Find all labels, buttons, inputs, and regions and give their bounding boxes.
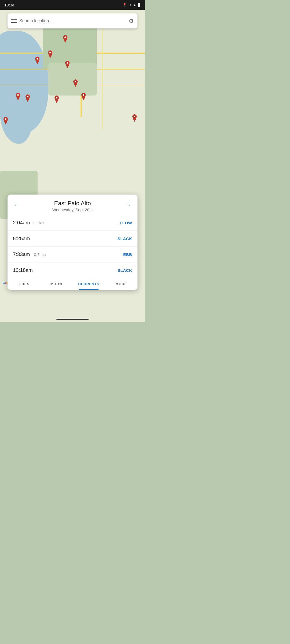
item-time-3: 10:18am (13, 267, 33, 273)
map-pin-7 (15, 93, 21, 100)
map-pin-9 (54, 96, 60, 103)
status-time: 19:34 (4, 3, 15, 7)
location-title: East Palo Alto (12, 200, 133, 207)
item-left-2: 7:33am -0.7 kts (13, 251, 46, 257)
item-type-2: EBB (123, 252, 132, 257)
current-item-1: 5:25am SLACK (8, 231, 137, 247)
item-speed-0: 1.1 kts (32, 221, 44, 225)
item-left-1: 5:25am (13, 236, 30, 241)
item-type-0: FLOW (120, 221, 132, 225)
search-bar: ⚙ (8, 13, 137, 28)
map-pin-2 (34, 57, 40, 64)
map-pin-8 (25, 94, 31, 102)
map-pin-6 (81, 93, 86, 100)
tab-currents[interactable]: CURRENTS (73, 278, 105, 290)
svg-point-8 (56, 97, 57, 98)
tab-more[interactable]: MORE (105, 278, 137, 290)
svg-point-10 (134, 116, 135, 117)
dnd-icon: ⊖ (128, 3, 131, 7)
tab-moon[interactable]: MOON (40, 278, 73, 290)
item-time-2: 7:33am (13, 251, 30, 257)
current-item-2: 7:33am -0.7 kts EBB (8, 247, 137, 262)
map-pin-main (3, 117, 9, 125)
item-time-0: 2:04am (13, 220, 30, 226)
battery-icon: ▊ (138, 3, 141, 7)
item-left-3: 10:18am (13, 267, 33, 273)
map-pin-right (132, 114, 137, 122)
menu-icon[interactable] (11, 19, 17, 23)
home-bar (56, 319, 89, 320)
item-speed-2: -0.7 kts (32, 252, 46, 257)
item-type-1: SLACK (118, 236, 132, 241)
map-pin-1 (62, 35, 68, 43)
status-icons: 📍 ⊖ ▲ ▊ (122, 3, 141, 7)
svg-point-1 (37, 58, 38, 60)
svg-point-5 (83, 94, 84, 96)
map-pin-3 (47, 50, 53, 58)
map-pin-5 (73, 79, 78, 87)
search-input[interactable] (19, 19, 126, 23)
next-day-button[interactable]: → (124, 199, 133, 210)
status-bar: 19:34 📍 ⊖ ▲ ▊ (0, 0, 145, 10)
settings-icon[interactable]: ⚙ (129, 18, 134, 24)
tab-tides[interactable]: TIDES (8, 278, 40, 290)
sheet-header: ← East Palo Alto Wednesday, Sept 20th → (8, 195, 137, 215)
svg-point-9 (5, 118, 6, 120)
svg-point-7 (27, 96, 28, 97)
road-v2 (102, 23, 103, 130)
currents-list: 2:04am 1.1 kts FLOW 5:25am SLACK 7:33am … (8, 215, 137, 278)
prev-day-button[interactable]: ← (12, 199, 21, 210)
item-type-3: SLACK (118, 268, 132, 273)
tab-bar: TIDESMOONCURRENTSMORE (8, 278, 137, 290)
item-time-1: 5:25am (13, 236, 30, 241)
svg-point-4 (75, 81, 76, 82)
svg-point-2 (49, 52, 51, 53)
map-pin-4 (64, 61, 70, 68)
svg-point-0 (64, 36, 66, 38)
svg-point-3 (67, 62, 68, 64)
sheet-date: Wednesday, Sept 20th (12, 207, 133, 212)
item-left-0: 2:04am 1.1 kts (13, 220, 45, 226)
location-icon: 📍 (122, 3, 127, 7)
current-item-3: 10:18am SLACK (8, 262, 137, 278)
svg-point-6 (17, 94, 19, 96)
current-item-0: 2:04am 1.1 kts FLOW (8, 215, 137, 231)
wifi-icon: ▲ (133, 3, 136, 7)
bottom-sheet: ← East Palo Alto Wednesday, Sept 20th → … (8, 195, 137, 290)
